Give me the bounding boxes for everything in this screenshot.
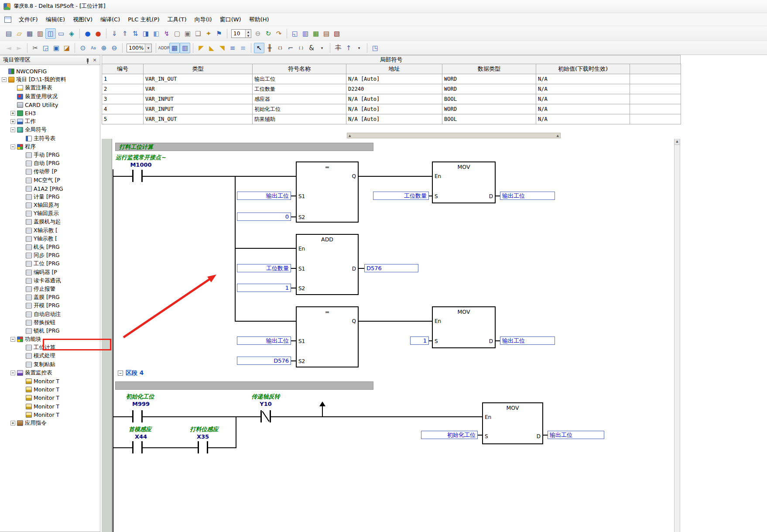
operand-mov2-s[interactable]: 1 bbox=[410, 336, 429, 345]
scan-count-input[interactable]: 10▲▼ bbox=[231, 29, 251, 38]
print-icon[interactable]: ▥ bbox=[35, 28, 45, 39]
tree-item-monitor-2[interactable]: Monitor T bbox=[0, 385, 100, 394]
address-mode-icon[interactable]: ADDR bbox=[159, 43, 169, 53]
online-monitor-icon[interactable]: ⇅ bbox=[130, 28, 140, 39]
station-icon[interactable]: ⚑ bbox=[214, 28, 224, 39]
ladder-vertical-scrollbar[interactable]: ▲ bbox=[674, 139, 680, 532]
open-file-icon[interactable]: ▱ bbox=[14, 28, 24, 39]
tree-item-device-comment-table[interactable]: 装置注释表 bbox=[0, 84, 100, 92]
tree-item-card-utility[interactable]: CARD Utility bbox=[0, 101, 100, 109]
section-collapse-button[interactable]: − bbox=[118, 371, 123, 376]
section-label[interactable]: 区段 4 bbox=[126, 369, 144, 377]
tree-item-prg-y-home[interactable]: Y轴回原示 bbox=[0, 209, 100, 218]
simulator-icon[interactable]: ◈ bbox=[66, 28, 77, 39]
eraser-icon[interactable]: ◪ bbox=[62, 43, 72, 53]
operand-eq1-s1[interactable]: 输出工位 bbox=[237, 192, 291, 200]
cut-icon[interactable]: ✂ bbox=[30, 43, 41, 53]
scroll-up-icon[interactable]: ▲ bbox=[675, 139, 680, 145]
tree-expander-icon[interactable]: − bbox=[10, 371, 15, 375]
spin-down-icon[interactable]: ▼ bbox=[246, 34, 251, 38]
tree-item-prg-sync[interactable]: 同步 [PRG bbox=[0, 251, 100, 260]
menu-edit[interactable]: 编辑(E) bbox=[42, 14, 69, 25]
menu-tools[interactable]: 工具(T) bbox=[164, 14, 191, 25]
tree-item-prg-station[interactable]: 工位 [PRG bbox=[0, 260, 100, 268]
symbol-row[interactable]: 2VAR工位数量D2240WORDN/A bbox=[102, 84, 681, 94]
operand-mov1-s[interactable]: 工位数量 bbox=[373, 192, 429, 200]
window-cascade-icon[interactable]: ▭ bbox=[56, 28, 66, 39]
tree-item-monitor-1[interactable]: Monitor T bbox=[0, 377, 100, 385]
save-icon[interactable]: ▦ bbox=[24, 28, 35, 39]
tree-item-prg-open-mold[interactable]: 开模 [PRG bbox=[0, 302, 100, 310]
column-header[interactable]: 地址 bbox=[346, 64, 442, 74]
operand-add-s2[interactable]: 1 bbox=[237, 284, 291, 292]
menu-help[interactable]: 帮助(H) bbox=[245, 14, 273, 25]
more-elements-icon[interactable]: ▾ bbox=[317, 43, 327, 53]
tree-item-device-usage[interactable]: 装置使用状况 bbox=[0, 93, 100, 101]
find-device-icon[interactable]: ✦ bbox=[203, 28, 214, 39]
column-header[interactable]: 初始值(下载时生效) bbox=[536, 64, 630, 74]
chart-view-icon[interactable]: ▦ bbox=[311, 28, 321, 39]
ladder-editor[interactable]: 打料工位计算 运行监视常开接点~ M1000 = Q S1 S2 输出工位 0 … bbox=[102, 139, 767, 532]
card-utility-icon[interactable]: ▧ bbox=[332, 28, 342, 39]
operand-eq2-s1[interactable]: 输出工位 bbox=[237, 336, 291, 345]
remove-icon[interactable]: ⊖ bbox=[253, 28, 263, 39]
menu-file[interactable]: 文件(F) bbox=[15, 14, 42, 25]
insert-more-icon[interactable]: ▾ bbox=[354, 43, 364, 53]
compare-block-icon[interactable]: 丰 bbox=[333, 43, 343, 53]
pin-panel-button[interactable] bbox=[84, 57, 91, 64]
window-split-icon[interactable]: ◫ bbox=[45, 28, 56, 39]
contact-x44[interactable] bbox=[132, 441, 143, 453]
splitter-up-icon[interactable]: ▲ bbox=[557, 134, 559, 137]
contact-nc-y10[interactable] bbox=[260, 410, 271, 422]
contact-m1000[interactable] bbox=[132, 170, 143, 182]
contact-x35[interactable] bbox=[198, 441, 208, 453]
insert-row-icon[interactable]: ↑ bbox=[343, 43, 354, 53]
instruction-block-icon[interactable]: {} bbox=[275, 43, 285, 53]
menu-view[interactable]: 视图(V) bbox=[69, 14, 96, 25]
operand-mov2-d[interactable]: 输出工位 bbox=[500, 336, 555, 345]
select-cursor-icon[interactable]: ↖ bbox=[254, 43, 264, 53]
contact-m999[interactable] bbox=[132, 410, 143, 422]
refresh-icon[interactable]: ↻ bbox=[263, 28, 274, 39]
device-monitor-icon[interactable]: ◨ bbox=[140, 28, 151, 39]
operand-eq2-s2[interactable]: D576 bbox=[237, 357, 291, 365]
table-view-icon[interactable]: ▦ bbox=[169, 43, 180, 53]
coil-icon[interactable]: ( ) bbox=[296, 43, 306, 53]
menu-plc[interactable]: PLC 主机(P) bbox=[124, 14, 163, 25]
run-icon[interactable]: ● bbox=[82, 28, 93, 39]
tree-expander-icon[interactable]: + bbox=[10, 111, 15, 116]
segment-header-bar-2[interactable] bbox=[115, 381, 373, 390]
usage-list-icon[interactable]: ▤ bbox=[321, 28, 332, 39]
forward-icon[interactable]: ► bbox=[14, 43, 24, 53]
tree-item-project-root[interactable]: −项目 [D:\1-我的资料 bbox=[0, 76, 100, 84]
insert-network-below-icon[interactable]: ◣ bbox=[206, 43, 217, 53]
operand-mov3-d[interactable]: 输出工位 bbox=[548, 431, 604, 439]
tree-item-fb-mode-handle[interactable]: 模式处理 bbox=[0, 352, 100, 360]
operand-eq1-s2[interactable]: 0 bbox=[237, 213, 291, 221]
tree-item-prg-encoder[interactable]: 编码器 [P bbox=[0, 268, 100, 277]
tree-item-prg-stop-alarm[interactable]: 停止报警 bbox=[0, 285, 100, 293]
tree-item-main-symbol-table[interactable]: 主符号表 bbox=[0, 134, 100, 143]
menu-wizard[interactable]: 向导(I) bbox=[191, 14, 216, 25]
segment-header-bar[interactable]: 打料工位计算 bbox=[115, 143, 373, 151]
menu-compile[interactable]: 编译(C) bbox=[96, 14, 124, 25]
ladder-jump-icon[interactable]: ◥ bbox=[217, 43, 227, 53]
tree-item-prg-card-reader[interactable]: 读卡器通讯 bbox=[0, 277, 100, 285]
zoom-level-select[interactable]: 100%▾ bbox=[127, 44, 152, 52]
tree-item-fb-copy-paste[interactable]: 复制粘贴 bbox=[0, 360, 100, 369]
and-block-icon[interactable]: & bbox=[306, 43, 317, 53]
tree-expander-icon[interactable]: + bbox=[10, 421, 15, 426]
tree-item-work[interactable]: +工作 bbox=[0, 117, 100, 126]
zoom-in-icon[interactable]: ⊕ bbox=[99, 43, 109, 53]
insert-network-above-icon[interactable]: ◤ bbox=[196, 43, 206, 53]
tree-expander-icon[interactable]: − bbox=[10, 127, 15, 132]
symbol-row[interactable]: 5VAR_IN_OUT防呆辅助N/A [Auto]BOOLN/A bbox=[102, 114, 681, 124]
symbol-row[interactable]: 1VAR_IN_OUT输出工位N/A [Auto]WORDN/A bbox=[102, 74, 681, 84]
device-comment-icon[interactable]: ▢ bbox=[172, 28, 182, 39]
compare-block-eq1[interactable]: = Q S1 S2 bbox=[296, 161, 359, 223]
table-splitter-scrollbar[interactable]: ▲ ▲ bbox=[347, 133, 561, 138]
comment-edit-icon[interactable]: ⌐ bbox=[285, 43, 296, 53]
tree-expander-icon[interactable]: − bbox=[10, 144, 15, 149]
stop-icon[interactable]: ● bbox=[93, 28, 103, 39]
mov-block-2[interactable]: MOV En S D bbox=[432, 306, 496, 348]
